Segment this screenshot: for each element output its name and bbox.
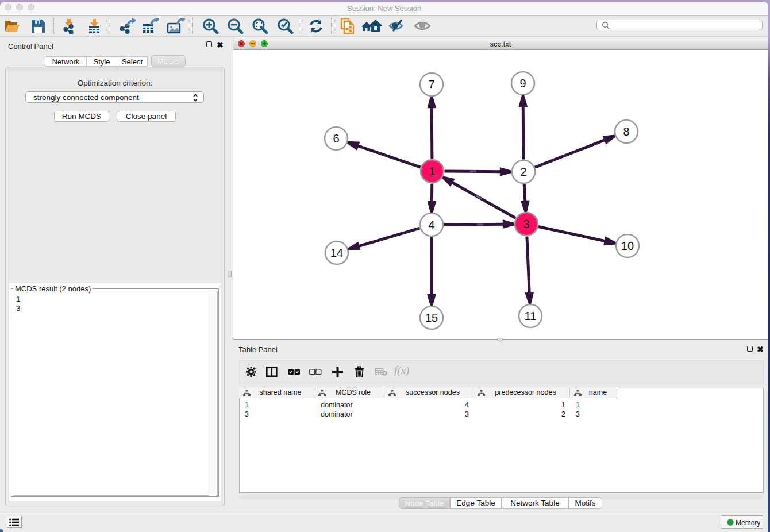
svg-text:7: 7 — [428, 78, 434, 91]
svg-text:11: 11 — [525, 310, 537, 322]
svg-text:8: 8 — [623, 125, 629, 138]
svg-text:6: 6 — [333, 132, 339, 145]
svg-text:15: 15 — [425, 311, 438, 324]
svg-text:14: 14 — [330, 246, 343, 259]
svg-text:4: 4 — [428, 218, 434, 231]
svg-text:10: 10 — [621, 240, 634, 252]
svg-text:3: 3 — [523, 218, 529, 230]
svg-text:9: 9 — [519, 77, 526, 90]
svg-text:2: 2 — [520, 165, 526, 178]
svg-text:1: 1 — [429, 165, 435, 178]
